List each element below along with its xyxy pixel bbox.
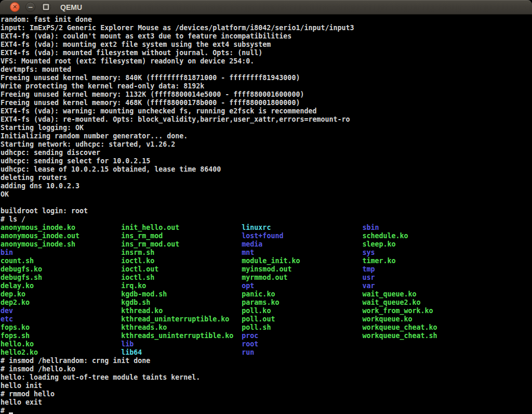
file-entry: ioctl.sh xyxy=(121,274,242,281)
console-line: # insmod /hello.ko xyxy=(1,365,532,373)
file-entry: anonymous_inode.sh xyxy=(1,240,121,248)
file-entry: ioctl.out xyxy=(121,265,242,273)
file-entry: ins_rm_mod xyxy=(121,232,242,240)
file-entry: kthread.ko xyxy=(121,307,242,315)
file-entry: run xyxy=(242,348,254,356)
console-line: anonymous_inode.out ins_rm_mod lost+foun… xyxy=(1,232,532,240)
file-entry: usr xyxy=(363,274,375,281)
file-entry: workqueue.ko xyxy=(363,315,413,323)
console-line: bin insrm.sh mnt sys xyxy=(1,249,532,257)
console-line: dep.ko kgdb-mod.sh panic.ko wait_queue.k… xyxy=(1,290,532,299)
minimize-icon: − xyxy=(28,4,33,10)
file-entry: anonymous_inode.out xyxy=(1,232,121,240)
console[interactable]: random: fast init doneinput: ImExPS/2 Ge… xyxy=(0,15,532,414)
titlebar[interactable]: ✕ − QEMU xyxy=(0,0,532,15)
file-entry: poll.out xyxy=(242,315,362,323)
file-entry: lib64 xyxy=(121,348,242,356)
file-entry: myrmmod.out xyxy=(242,274,362,281)
console-line: Freeing unused kernel memory: 1132K (fff… xyxy=(1,90,532,99)
console-line: devtmpfs: mounted xyxy=(1,66,532,74)
file-entry: kthreads_uninterruptible.ko xyxy=(121,332,242,340)
file-entry: wait_queue.ko xyxy=(363,290,417,298)
file-entry: fops.sh xyxy=(1,332,121,340)
console-line: anonymous_inode.ko init_hello.out linuxr… xyxy=(1,224,532,232)
maximize-button[interactable] xyxy=(41,2,51,12)
console-line: deleting routers xyxy=(1,174,532,182)
console-line: Freeing unused kernel memory: 840K (ffff… xyxy=(1,74,532,82)
file-entry: irq.ko xyxy=(121,282,242,290)
console-line: udhcpc: lease of 10.0.2.15 obtained, lea… xyxy=(1,165,532,174)
console-line: EXT4-fs (vda): mounted filesystem withou… xyxy=(1,49,532,57)
file-entry: myinsmod.out xyxy=(242,265,362,273)
console-line: debugfs.ko ioctl.out myinsmod.out tmp xyxy=(1,265,532,274)
file-entry: dev xyxy=(1,307,121,315)
console-line: EXT4-fs (vda): couldn't mount as ext3 du… xyxy=(1,32,532,41)
console-line: VFS: Mounted root (ext2 filesystem) read… xyxy=(1,57,532,66)
console-line: debugfs.sh ioctl.sh myrmmod.out usr xyxy=(1,274,532,282)
file-entry: debugfs.ko xyxy=(1,265,121,273)
file-entry: sbin xyxy=(363,224,379,231)
file-entry: media xyxy=(242,240,362,248)
file-entry: params.ko xyxy=(242,299,362,306)
console-line: Initializing random number generator... … xyxy=(1,132,532,140)
file-entry: hello.ko xyxy=(1,340,121,348)
console-line: anonymous_inode.sh ins_rm_mod.out media … xyxy=(1,240,532,249)
file-entry: workqueue_cheat.ko xyxy=(363,324,437,331)
file-entry: sys xyxy=(363,249,375,256)
file-entry: tmp xyxy=(363,265,375,273)
qemu-window: ✕ − QEMU random: fast init doneinput: Im… xyxy=(0,0,532,414)
console-line: Freeing unused kernel memory: 468K (ffff… xyxy=(1,99,532,107)
console-line: fops.sh kthreads_uninterruptible.ko proc… xyxy=(1,332,532,340)
maximize-icon xyxy=(43,4,49,10)
console-line: count.sh ioctl.ko module_init.ko timer.k… xyxy=(1,257,532,265)
console-line: dep2.ko kgdb.sh params.ko wait_queue2.ko xyxy=(1,299,532,307)
console-line: hello: loading out-of-tree module taints… xyxy=(1,373,532,382)
file-entry: timer.ko xyxy=(363,257,396,265)
file-entry: lost+found xyxy=(242,232,362,240)
console-line: adding dns 10.0.2.3 xyxy=(1,182,532,190)
file-entry: bin xyxy=(1,249,121,256)
console-line: # insmod /hellrandom: crng init done xyxy=(1,357,532,365)
file-entry: work_from_work.ko xyxy=(363,307,433,315)
console-line: input: ImExPS/2 Generic Explorer Mouse a… xyxy=(1,24,532,32)
file-entry: delay.ko xyxy=(1,282,121,290)
file-entry: kthread_uninterruptible.ko xyxy=(121,315,242,323)
file-entry: dep2.ko xyxy=(1,299,121,306)
file-entry: ioctl.ko xyxy=(121,257,242,265)
window-title: QEMU xyxy=(60,3,82,11)
file-entry: mnt xyxy=(242,249,362,256)
file-entry: init_hello.out xyxy=(121,224,242,231)
console-line: hello init xyxy=(1,382,532,390)
console-line: hello.ko lib root xyxy=(1,340,532,348)
close-button[interactable]: ✕ xyxy=(10,2,20,12)
file-entry: poll.ko xyxy=(242,307,362,315)
console-line: EXT4-fs (vda): mounting ext2 file system… xyxy=(1,41,532,49)
console-line: dev kthread.ko poll.ko work_from_work.ko xyxy=(1,307,532,315)
console-line: etc kthread_uninterruptible.ko poll.out … xyxy=(1,315,532,324)
console-line: buildroot login: root xyxy=(1,207,532,215)
file-entry: wait_queue2.ko xyxy=(363,299,421,306)
file-entry: debugfs.sh xyxy=(1,274,121,281)
console-line: EXT4-fs (vda): warning: mounting uncheck… xyxy=(1,107,532,115)
file-entry: insrm.sh xyxy=(121,249,242,256)
console-line: delay.ko irq.ko opt var xyxy=(1,282,532,290)
console-line: udhcpc: sending select for 10.0.2.15 xyxy=(1,157,532,165)
console-line: hello exit xyxy=(1,398,532,407)
file-entry: panic.ko xyxy=(242,290,362,298)
console-line: OK xyxy=(1,190,532,199)
file-entry: etc xyxy=(1,315,121,323)
minimize-button[interactable]: − xyxy=(25,2,35,12)
console-line: EXT4-fs (vda): re-mounted. Opts: block_v… xyxy=(1,115,532,124)
file-entry: count.sh xyxy=(1,257,121,265)
file-entry: kthreads.ko xyxy=(121,324,242,331)
file-entry: lib xyxy=(121,340,242,348)
console-line: # rmmod hello xyxy=(1,390,532,398)
file-entry: dep.ko xyxy=(1,290,121,298)
file-entry: sleep.ko xyxy=(363,240,396,248)
console-line: random: fast init done xyxy=(1,16,532,24)
file-entry: poll.sh xyxy=(242,324,362,331)
console-line: Starting logging: OK xyxy=(1,124,532,132)
console-line: Starting network: udhcpc: started, v1.26… xyxy=(1,140,532,149)
file-entry: anonymous_inode.ko xyxy=(1,224,121,231)
file-entry: kgdb.sh xyxy=(121,299,242,306)
